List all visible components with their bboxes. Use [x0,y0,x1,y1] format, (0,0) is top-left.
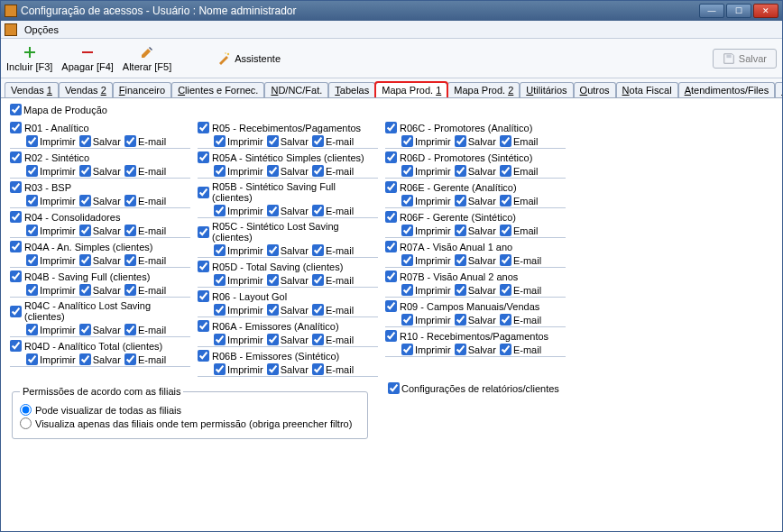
sub-checkbox-imprimir[interactable]: Imprimir [214,135,263,147]
minimize-button[interactable]: — [699,4,724,18]
sub-checkbox-imprimir[interactable]: Imprimir [401,344,451,355]
tab-reemb-[interactable]: Reemb. [775,82,782,98]
sub-checkbox-email[interactable]: E-mail [124,135,166,147]
sub-checkbox-email[interactable]: E-mail [500,284,541,296]
report-checkbox[interactable]: R07A - Visão Anual 1 ano [385,240,566,253]
report-checkbox[interactable]: R06A - Emissores (Analítico) [198,319,378,333]
report-checkbox[interactable]: R06B - Emissores (Sintético) [198,349,378,362]
tab-atendimentos-files[interactable]: Atendimentos/Files [678,82,776,98]
sub-checkbox-salvar[interactable]: Salvar [455,165,496,177]
sub-checkbox-imprimir[interactable]: Imprimir [214,334,263,345]
report-checkbox[interactable]: R05D - Total Saving (clientes) [198,260,378,273]
report-checkbox[interactable]: R04D - Analítico Total (clientes) [10,339,190,353]
report-checkbox[interactable]: R01 - Analítico [10,121,190,134]
sub-checkbox-imprimir[interactable]: Imprimir [214,205,263,216]
sub-checkbox-imprimir[interactable]: Imprimir [26,195,76,206]
report-checkbox[interactable]: R06D - Promotores (Sintético) [385,151,566,164]
sub-checkbox-email[interactable]: E-mail [312,205,354,216]
sub-checkbox-salvar[interactable]: Salvar [267,304,309,316]
sub-checkbox-email[interactable]: E-mail [124,254,166,266]
sub-checkbox-imprimir[interactable]: Imprimir [26,254,76,266]
sub-checkbox-salvar[interactable]: Salvar [455,135,496,147]
sub-checkbox-imprimir[interactable]: Imprimir [26,324,76,335]
sub-checkbox-email[interactable]: Email [500,225,539,236]
sub-checkbox-email[interactable]: E-mail [312,334,354,345]
tab-utilit-rios[interactable]: Utilitários [520,82,573,98]
sub-checkbox-imprimir[interactable]: Imprimir [26,225,76,236]
report-checkbox[interactable]: R05 - Recebimentos/Pagamentos [198,121,378,134]
menu-opcoes[interactable]: Opções [19,23,64,37]
report-checkbox[interactable]: R04 - Consolidadores [10,210,190,224]
sub-checkbox-email[interactable]: E-mail [312,363,354,375]
radio-permissao-filtro[interactable]: Visualiza apenas das filiais onde tem pe… [20,417,360,429]
sub-checkbox-salvar[interactable]: Salvar [79,284,121,296]
sub-checkbox-imprimir[interactable]: Imprimir [214,363,263,375]
sub-checkbox-salvar[interactable]: Salvar [267,205,309,216]
report-checkbox[interactable]: R10 - Recebimentos/Pagamentos [385,329,566,343]
sub-checkbox-email[interactable]: E-mail [312,135,354,147]
sub-checkbox-email[interactable]: E-mail [124,195,166,206]
sub-checkbox-salvar[interactable]: Salvar [455,314,496,326]
sub-checkbox-email[interactable]: Email [500,135,539,147]
sub-checkbox-email[interactable]: E-mail [500,254,541,266]
report-checkbox[interactable]: R09 - Campos Manuais/Vendas [385,299,566,313]
sub-checkbox-salvar[interactable]: Salvar [455,254,496,266]
sub-checkbox-email[interactable]: E-mail [124,225,166,236]
sub-checkbox-imprimir[interactable]: Imprimir [401,165,451,177]
maximize-button[interactable]: ☐ [726,4,751,18]
tab-vendas-1[interactable]: Vendas 1 [5,82,59,98]
sub-checkbox-email[interactable]: E-mail [124,284,166,296]
sub-checkbox-salvar[interactable]: Salvar [79,195,121,206]
sub-checkbox-email[interactable]: Email [500,195,539,206]
sub-checkbox-salvar[interactable]: Salvar [79,165,121,177]
sub-checkbox-salvar[interactable]: Salvar [267,363,309,375]
sub-checkbox-email[interactable]: E-mail [312,244,354,256]
apagar-button[interactable]: Apagar [F4] [61,45,113,72]
sub-checkbox-salvar[interactable]: Salvar [267,244,309,256]
sub-checkbox-imprimir[interactable]: Imprimir [26,353,76,365]
sub-checkbox-salvar[interactable]: Salvar [267,135,309,147]
sub-checkbox-salvar[interactable]: Salvar [267,334,309,345]
sub-checkbox-imprimir[interactable]: Imprimir [214,274,263,286]
sub-checkbox-salvar[interactable]: Salvar [455,284,496,296]
salvar-button[interactable]: Salvar [713,49,777,69]
sub-checkbox-email[interactable]: E-mail [124,324,166,335]
report-checkbox[interactable]: R06 - Layout Gol [198,289,378,303]
tab-nd-nc-fat-[interactable]: ND/NC/Fat. [264,82,328,98]
sub-checkbox-email[interactable]: E-mail [124,165,166,177]
sub-checkbox-email[interactable]: E-mail [312,165,354,177]
report-checkbox[interactable]: R04B - Saving Full (clientes) [10,270,190,283]
assistente-button[interactable]: Assistente [216,51,281,66]
tab-mapa-prod-2[interactable]: Mapa Prod. 2 [447,82,520,98]
report-checkbox[interactable]: R04A - An. Simples (clientes) [10,240,190,253]
sub-checkbox-salvar[interactable]: Salvar [79,225,121,236]
sub-checkbox-imprimir[interactable]: Imprimir [214,165,263,177]
sub-checkbox-salvar[interactable]: Salvar [455,344,496,355]
sub-checkbox-salvar[interactable]: Salvar [455,195,496,206]
tab-clientes-e-fornec-[interactable]: Clientes e Fornec. [171,82,264,98]
sub-checkbox-salvar[interactable]: Salvar [267,165,309,177]
report-checkbox[interactable]: R05C - Sintético Lost Saving (clientes) [198,220,378,243]
mapa-producao-checkbox[interactable]: Mapa de Produção [10,104,773,115]
report-checkbox[interactable]: R05B - Sintético Saving Full (clientes) [198,180,378,204]
sub-checkbox-imprimir[interactable]: Imprimir [26,284,76,296]
tab-financeiro[interactable]: Financeiro [113,82,171,98]
tab-outros[interactable]: Outros [574,82,616,98]
sub-checkbox-imprimir[interactable]: Imprimir [214,244,263,256]
sub-checkbox-imprimir[interactable]: Imprimir [401,225,451,236]
sub-checkbox-imprimir[interactable]: Imprimir [26,165,76,177]
sub-checkbox-salvar[interactable]: Salvar [79,324,121,335]
tab-tabelas[interactable]: Tabelas [328,82,375,98]
config-relatorios-checkbox[interactable]: Configurações de relatórios/clientes [388,382,559,394]
sub-checkbox-salvar[interactable]: Salvar [79,254,121,266]
report-checkbox[interactable]: R06C - Promotores (Analítico) [385,121,566,134]
radio-todas-filiais[interactable]: Pode visualizar de todas as filiais [20,404,360,416]
sub-checkbox-salvar[interactable]: Salvar [267,274,309,286]
sub-checkbox-salvar[interactable]: Salvar [455,225,496,236]
sub-checkbox-imprimir[interactable]: Imprimir [26,135,76,147]
sub-checkbox-email[interactable]: E-mail [312,304,354,316]
sub-checkbox-imprimir[interactable]: Imprimir [401,284,451,296]
tab-mapa-prod-1[interactable]: Mapa Prod. 1 [375,82,447,98]
sub-checkbox-salvar[interactable]: Salvar [79,353,121,365]
sub-checkbox-imprimir[interactable]: Imprimir [401,254,451,266]
